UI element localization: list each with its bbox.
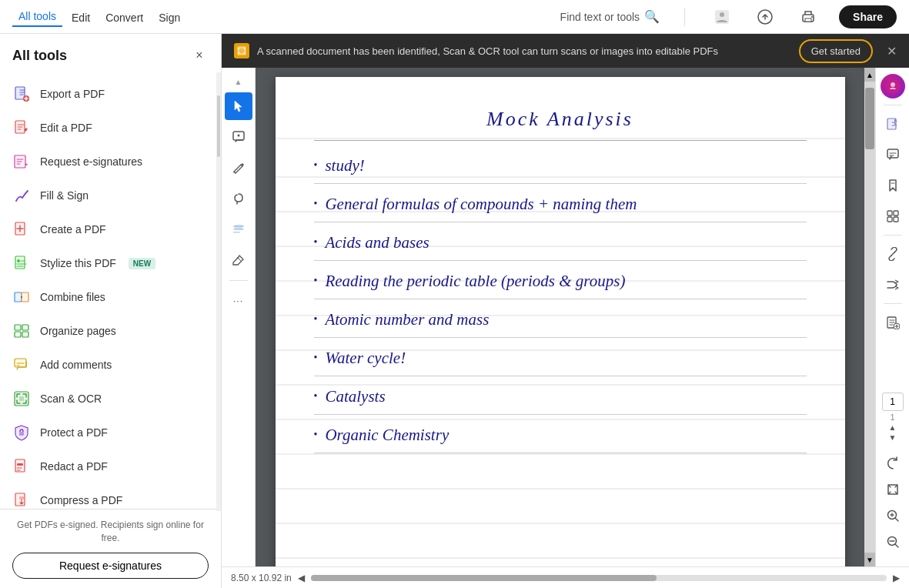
user-avatar[interactable]	[881, 74, 905, 99]
sidebar-item-redact[interactable]: Redact a PDF	[0, 449, 221, 483]
file-tag-panel-button[interactable]	[881, 310, 905, 335]
svg-rect-24	[17, 463, 23, 466]
nav-item-convert[interactable]: Convert	[99, 8, 149, 27]
bottom-bar: 8.50 x 10.92 in ◀ ▶	[222, 566, 909, 588]
nav-item-edit[interactable]: Edit	[65, 8, 96, 27]
svg-rect-22	[19, 432, 24, 436]
fit-page-button[interactable]	[881, 477, 905, 502]
lasso-tool-button[interactable]	[225, 185, 252, 212]
scroll-up-btn[interactable]: ▲	[235, 74, 242, 89]
text-select-tool-button[interactable]	[225, 215, 252, 243]
svg-rect-14	[22, 292, 28, 302]
scroll-down-arrow[interactable]: ▼	[864, 553, 875, 566]
scroll-left-button[interactable]: ◀	[298, 573, 305, 583]
sidebar-item-label: Fill & Sign	[40, 189, 89, 202]
eraser-tool-button[interactable]	[225, 246, 252, 274]
sidebar-footer: Get PDFs e-signed. Recipients sign onlin…	[0, 509, 221, 588]
scrollbar-track	[864, 82, 875, 553]
export-panel-button[interactable]	[881, 112, 905, 136]
doc-item-6: • Catalysts	[314, 387, 807, 415]
page-indicator-group: 1 1 ▲ ▼	[881, 393, 905, 560]
tool-strip: ▲	[222, 68, 256, 566]
doc-canvas[interactable]: Mock Analysis • study! • General formula…	[256, 68, 864, 566]
annotation-tool-button[interactable]	[225, 123, 252, 151]
upload-icon[interactable]	[753, 5, 777, 29]
get-started-button[interactable]: Get started	[799, 39, 873, 63]
scroll-right-button[interactable]: ▶	[893, 573, 900, 583]
sidebar-item-add-comments[interactable]: Add comments	[0, 348, 221, 382]
doc-item-5: • Water cycle!	[314, 349, 807, 376]
sidebar: All tools × Export a PDF Edit a PDF	[0, 34, 222, 588]
svg-rect-52	[887, 217, 892, 222]
share-button[interactable]: Share	[839, 5, 897, 28]
compress-icon	[12, 491, 31, 509]
zoom-in-button[interactable]	[881, 503, 905, 528]
vertical-scrollbar[interactable]: ▲ ▼	[864, 68, 875, 566]
right-panel: 1 1 ▲ ▼	[875, 68, 909, 566]
sidebar-item-edit-pdf[interactable]: Edit a PDF	[0, 111, 221, 145]
comment-panel-button[interactable]	[881, 142, 905, 167]
doc-item-text-6: Catalysts	[325, 387, 385, 406]
more-tools-button[interactable]: ···	[225, 287, 252, 315]
sidebar-item-combine[interactable]: Combine files	[0, 280, 221, 314]
doc-item-1: • General formulas of compounds + naming…	[314, 195, 807, 222]
pdf-viewer: ▲	[222, 68, 909, 566]
sidebar-footer-text: Get PDFs e-signed. Recipients sign onlin…	[12, 519, 209, 545]
print-icon[interactable]	[796, 5, 820, 29]
bullet-6: •	[314, 390, 318, 403]
bullet-5: •	[314, 352, 318, 364]
svg-rect-31	[233, 232, 240, 233]
page-up-button[interactable]: ▲	[889, 423, 897, 432]
zoom-out-button[interactable]	[881, 530, 905, 554]
sidebar-item-create-pdf[interactable]: Create a PDF	[0, 212, 221, 246]
scroll-up-arrow[interactable]: ▲	[864, 68, 875, 82]
sidebar-item-label: Compress a PDF	[40, 494, 122, 506]
sidebar-item-organize[interactable]: Organize pages	[0, 314, 221, 348]
more-dots: ···	[233, 296, 243, 306]
redact-icon	[12, 457, 31, 476]
doc-item-7: • Organic Chemistry	[314, 426, 807, 453]
horizontal-scrollbar[interactable]	[311, 575, 887, 581]
sidebar-item-fill-sign[interactable]: Fill & Sign	[0, 179, 221, 212]
bookmark-panel-button[interactable]	[881, 173, 905, 198]
scrollbar-thumb[interactable]	[865, 88, 874, 149]
page-down-button[interactable]: ▼	[889, 433, 897, 442]
notification-bar: A scanned document has been identified, …	[222, 34, 909, 68]
shuffle-panel-button[interactable]	[881, 272, 905, 297]
page-number-display[interactable]: 1	[882, 393, 904, 411]
svg-rect-50	[887, 211, 892, 215]
sidebar-item-label: Protect a PDF	[40, 426, 108, 439]
notification-close-button[interactable]: ✕	[887, 44, 897, 58]
nav-item-sign[interactable]: Sign	[152, 8, 186, 27]
sidebar-item-export-pdf[interactable]: Export a PDF	[0, 77, 221, 111]
sidebar-item-protect[interactable]: Protect a PDF	[0, 416, 221, 449]
sidebar-item-compress[interactable]: Compress a PDF	[0, 483, 221, 509]
grid-panel-button[interactable]	[881, 204, 905, 229]
sidebar-item-scan-ocr[interactable]: Scan & OCR	[0, 382, 221, 416]
sidebar-close-button[interactable]: ×	[190, 46, 209, 65]
search-text: Find text or tools	[560, 11, 640, 23]
rotate-button[interactable]	[881, 451, 905, 476]
search-icon: 🔍	[644, 9, 660, 24]
sidebar-item-request-esig[interactable]: Request e-signatures	[0, 145, 221, 179]
protect-icon	[12, 423, 31, 442]
sidebar-scrollbar[interactable]	[216, 72, 221, 511]
sidebar-item-label: Combine files	[40, 291, 105, 303]
select-tool-button[interactable]	[225, 92, 252, 120]
svg-rect-16	[22, 325, 28, 330]
doc-item-2: • Acids and bases	[314, 233, 807, 261]
svg-rect-4	[805, 18, 811, 22]
svg-rect-6	[15, 87, 25, 99]
profile-icon[interactable]	[710, 5, 734, 29]
link-panel-button[interactable]	[881, 242, 905, 266]
horizontal-scrollbar-thumb	[311, 575, 657, 581]
nav-item-alltools[interactable]: All tools	[12, 7, 62, 27]
doc-item-text-1: General formulas of compounds + naming t…	[325, 195, 637, 214]
search-bar[interactable]: Find text or tools 🔍	[560, 9, 660, 24]
request-esignatures-button[interactable]: Request e-signatures	[12, 553, 209, 579]
add-comments-icon	[12, 356, 31, 374]
pen-tool-button[interactable]	[225, 154, 252, 182]
sidebar-item-stylize-pdf[interactable]: Stylize this PDF NEW	[0, 246, 221, 280]
organize-icon	[12, 322, 31, 340]
bullet-0: •	[314, 159, 318, 172]
